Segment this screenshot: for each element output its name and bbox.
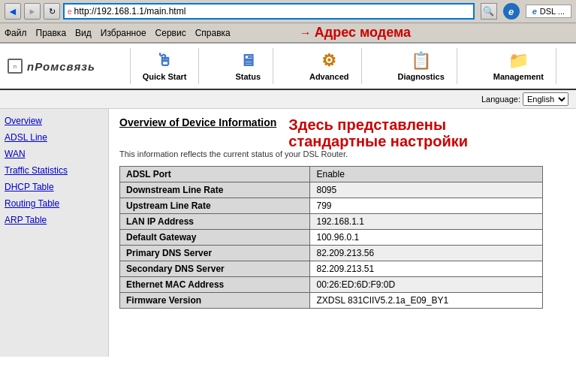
browser-tab[interactable]: e DSL ... bbox=[526, 5, 571, 18]
table-row: Downstream Line Rate8095 bbox=[120, 182, 543, 198]
tab-status-label: Status bbox=[235, 72, 261, 81]
quickstart-icon: 🖱 bbox=[156, 51, 173, 71]
lang-select[interactable]: English bbox=[523, 92, 568, 106]
table-row: Ethernet MAC Address00:26:ED:6D:F9:0D bbox=[120, 277, 543, 293]
table-cell-label: Primary DNS Server bbox=[120, 246, 310, 261]
sidebar-item-traffic[interactable]: Traffic Statistics bbox=[5, 164, 104, 176]
tab-management[interactable]: 📁 Management bbox=[481, 48, 556, 84]
menu-edit[interactable]: Правка bbox=[36, 28, 67, 38]
brand-icon: п bbox=[8, 59, 23, 74]
brand-name: пРомсвязь bbox=[27, 60, 95, 73]
sidebar-item-arp[interactable]: ARP Table bbox=[5, 214, 104, 226]
menu-file[interactable]: Файл bbox=[5, 28, 27, 38]
content-area: Overview of Device Information Здесь пре… bbox=[109, 109, 576, 357]
table-cell-value: 192.168.1.1 bbox=[310, 214, 543, 230]
status-icon: 🖥 bbox=[240, 51, 256, 71]
sidebar: Overview ADSL Line WAN Traffic Statistic… bbox=[0, 109, 109, 357]
table-cell-value: 82.209.213.56 bbox=[310, 246, 543, 261]
tab-ie-icon: e bbox=[532, 7, 537, 16]
search-button[interactable]: 🔍 bbox=[481, 3, 497, 20]
tab-advanced-label: Advanced bbox=[309, 72, 349, 81]
sidebar-item-dhcp[interactable]: DHCP Table bbox=[5, 181, 104, 193]
table-row: Secondary DNS Server82.209.213.51 bbox=[120, 261, 543, 277]
table-cell-label: ADSL Port bbox=[120, 167, 310, 182]
tab-diagnostics[interactable]: 📋 Diagnostics bbox=[385, 48, 457, 84]
menu-favorites[interactable]: Избранное bbox=[101, 28, 146, 38]
tab-quickstart-label: Quick Start bbox=[143, 72, 187, 81]
lang-bar: Language: English bbox=[0, 90, 576, 109]
tab-advanced[interactable]: ⚙ Advanced bbox=[297, 48, 362, 84]
router-header: п пРомсвязь 🖱 Quick Start 🖥 Status ⚙ Adv… bbox=[0, 44, 576, 90]
table-cell-label: Firmware Version bbox=[120, 293, 310, 309]
main-annotation: Здесь представлены стандартные настройки bbox=[288, 116, 468, 149]
addr-annotation: Адрес модема bbox=[315, 25, 411, 41]
main-layout: Overview ADSL Line WAN Traffic Statistic… bbox=[0, 109, 576, 357]
sidebar-item-overview[interactable]: Overview bbox=[5, 115, 104, 127]
content-subtitle: This information reflects the current st… bbox=[119, 149, 565, 158]
table-cell-label: Default Gateway bbox=[120, 230, 310, 246]
sidebar-item-wan[interactable]: WAN bbox=[5, 148, 104, 160]
nav-tabs: 🖱 Quick Start 🖥 Status ⚙ Advanced 📋 Diag… bbox=[118, 48, 568, 84]
sidebar-item-adslline[interactable]: ADSL Line bbox=[5, 131, 104, 143]
brand-logo: п пРомсвязь bbox=[8, 59, 95, 74]
table-cell-value: 799 bbox=[310, 198, 543, 214]
lang-label: Language: bbox=[481, 95, 520, 104]
table-cell-value: 8095 bbox=[310, 182, 543, 198]
ie-logo: e bbox=[503, 3, 520, 20]
table-row: Primary DNS Server82.209.213.56 bbox=[120, 246, 543, 261]
ie-address-icon: e bbox=[68, 8, 72, 16]
table-row: LAN IP Address192.168.1.1 bbox=[120, 214, 543, 230]
table-cell-label: Ethernet MAC Address bbox=[120, 277, 310, 293]
table-cell-label: LAN IP Address bbox=[120, 214, 310, 230]
diagnostics-icon: 📋 bbox=[411, 51, 431, 71]
forward-button[interactable]: ► bbox=[24, 3, 41, 20]
table-cell-label: Downstream Line Rate bbox=[120, 182, 310, 198]
management-icon: 📁 bbox=[508, 51, 529, 71]
table-cell-label: Secondary DNS Server bbox=[120, 261, 310, 277]
address-bar-wrap: e http://192.168.1.1/main.html bbox=[63, 3, 475, 20]
back-button[interactable]: ◄ bbox=[5, 3, 21, 20]
table-cell-value: 100.96.0.1 bbox=[310, 230, 543, 246]
addr-arrow-icon: → bbox=[300, 26, 312, 40]
table-cell-value: Enable bbox=[310, 167, 543, 182]
table-cell-value: 82.209.213.51 bbox=[310, 261, 543, 277]
tab-quickstart[interactable]: 🖱 Quick Start bbox=[130, 48, 200, 84]
tab-label: DSL ... bbox=[540, 7, 565, 16]
table-cell-label: Upstream Line Rate bbox=[120, 198, 310, 214]
tab-management-label: Management bbox=[493, 72, 544, 81]
tab-diagnostics-label: Diagnostics bbox=[397, 72, 444, 81]
table-row: ADSL PortEnable bbox=[120, 167, 543, 182]
menu-service[interactable]: Сервис bbox=[155, 28, 186, 38]
table-cell-value: 00:26:ED:6D:F9:0D bbox=[310, 277, 543, 293]
device-info-table: ADSL PortEnableDownstream Line Rate8095U… bbox=[119, 166, 543, 309]
menu-view[interactable]: Вид bbox=[75, 28, 92, 38]
table-cell-value: ZXDSL 831CIIV5.2.1a_E09_BY1 bbox=[310, 293, 543, 309]
refresh-button[interactable]: ↻ bbox=[44, 3, 60, 20]
table-row: Default Gateway100.96.0.1 bbox=[120, 230, 543, 246]
tab-status[interactable]: 🖥 Status bbox=[223, 48, 273, 84]
address-bar-text[interactable]: http://192.168.1.1/main.html bbox=[74, 6, 470, 17]
table-row: Firmware VersionZXDSL 831CIIV5.2.1a_E09_… bbox=[120, 293, 543, 309]
table-row: Upstream Line Rate799 bbox=[120, 198, 543, 214]
content-title: Overview of Device Information bbox=[119, 116, 276, 128]
sidebar-item-routing[interactable]: Routing Table bbox=[5, 198, 104, 210]
menu-bar: Файл Правка Вид Избранное Сервис Справка… bbox=[0, 23, 576, 43]
advanced-icon: ⚙ bbox=[321, 51, 336, 71]
menu-help[interactable]: Справка bbox=[195, 28, 231, 38]
